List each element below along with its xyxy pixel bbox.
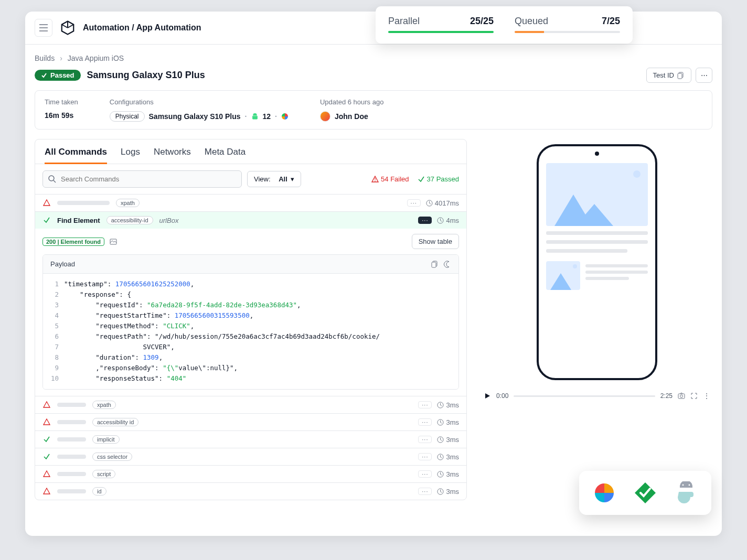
show-table-button[interactable]: Show table	[412, 234, 459, 249]
config-os: 12	[263, 112, 271, 121]
status-fail-icon	[42, 470, 51, 478]
duration: 3ms	[437, 418, 459, 426]
session-meta: Time taken 16m 59s Configurations Physic…	[35, 90, 712, 130]
passed-count: 37 Passed	[418, 175, 459, 183]
checkmark-badge-icon	[634, 481, 657, 504]
status-pass-icon	[42, 453, 51, 460]
duration: 3ms	[437, 488, 459, 496]
copy-icon[interactable]	[431, 261, 439, 268]
selector-chip: id	[92, 487, 106, 496]
chevron-right-icon: ›	[60, 54, 62, 62]
svg-point-17	[680, 395, 683, 397]
duration: 3ms	[437, 401, 459, 409]
search-input[interactable]	[42, 170, 242, 188]
command-row[interactable]: implicit···3ms	[35, 430, 466, 448]
queued-label: Queued	[515, 16, 548, 27]
breadcrumb-current: Java Appium iOS	[68, 54, 124, 62]
status-fail-icon	[42, 418, 51, 426]
row-more-icon[interactable]: ···	[418, 436, 432, 443]
tab-logs[interactable]: Logs	[121, 147, 140, 164]
playback-track[interactable]	[514, 395, 655, 397]
status-pass-icon	[42, 436, 51, 443]
status-fail-icon	[42, 488, 51, 495]
payload-code: 1"timestamp": 1705665601625252000,2 "res…	[43, 274, 458, 389]
camera-icon[interactable]	[678, 392, 685, 400]
row-more-icon[interactable]: ···	[418, 217, 432, 224]
screenshot-icon[interactable]	[110, 238, 117, 245]
breadcrumb-root[interactable]: Builds	[35, 54, 55, 62]
duration: 3ms	[437, 453, 459, 461]
playback-menu-icon[interactable]: ⋮	[703, 392, 710, 400]
color-wheel-icon	[281, 113, 289, 120]
test-id-button[interactable]: Test ID	[646, 68, 691, 83]
payload-title: Payload	[50, 260, 75, 268]
svg-rect-9	[432, 262, 436, 267]
color-wheel-icon	[593, 481, 616, 504]
row-more-icon[interactable]: ···	[418, 418, 432, 426]
selector-chip: implicit	[92, 435, 120, 444]
svg-point-3	[49, 176, 54, 181]
theme-icon[interactable]	[444, 261, 451, 268]
selector-chip: accessibility id	[92, 418, 138, 426]
command-row[interactable]: xpath ··· 4017ms	[35, 194, 466, 211]
command-row[interactable]: script···3ms	[35, 465, 466, 482]
row-more-icon[interactable]: ···	[418, 401, 432, 408]
avatar	[320, 111, 330, 122]
svg-point-19	[689, 484, 690, 486]
header-title: Automation / App Automation	[83, 23, 201, 33]
duration: 4ms	[437, 217, 459, 224]
menu-button[interactable]	[35, 19, 52, 37]
row-more-icon[interactable]: ···	[418, 453, 432, 460]
config-label: Configurations	[110, 98, 289, 106]
status-code: 200 | Element found	[42, 238, 104, 246]
row-more-icon[interactable]: ···	[407, 199, 421, 207]
time-taken-value: 16m 59s	[45, 111, 78, 120]
selector-chip: xpath	[92, 401, 116, 409]
physical-chip: Physical	[110, 111, 145, 122]
svg-point-4	[375, 180, 376, 181]
platform-card	[579, 471, 711, 515]
playback-total: 2:25	[660, 392, 673, 400]
row-more-icon[interactable]: ···	[418, 470, 432, 478]
app-logo-icon	[60, 20, 76, 36]
status-fail-icon	[42, 199, 51, 207]
view-filter[interactable]: View: All ▾	[247, 171, 301, 187]
command-detail-row: 200 | Element found Show table	[35, 229, 466, 254]
command-row-expanded[interactable]: Find Element accessibility-id urlBox ···…	[35, 211, 466, 229]
selector-chip: css selector	[92, 453, 132, 461]
svg-rect-1	[678, 73, 682, 79]
tab-metadata[interactable]: Meta Data	[205, 147, 246, 164]
command-row[interactable]: css selector···3ms	[35, 448, 466, 465]
status-fail-icon	[42, 401, 51, 408]
payload-panel: Payload 1"timestamp": 170566560162525200…	[42, 254, 459, 390]
tab-commands[interactable]: All Commands	[45, 147, 107, 164]
row-more-icon[interactable]: ···	[418, 488, 432, 495]
status-badge: Passed	[35, 70, 81, 81]
fullscreen-icon[interactable]	[690, 392, 698, 400]
search-icon	[48, 175, 56, 183]
breadcrumb: Builds › Java Appium iOS	[25, 45, 722, 66]
duration: 4017ms	[426, 199, 459, 207]
command-row[interactable]: xpath···3ms	[35, 396, 466, 413]
stats-popover: Parallel 25/25 Queued 7/25	[376, 6, 633, 44]
command-row[interactable]: accessibility id···3ms	[35, 413, 466, 430]
copy-icon	[677, 72, 685, 79]
tab-networks[interactable]: Networks	[154, 147, 191, 164]
time-taken-label: Time taken	[45, 98, 78, 106]
play-button[interactable]	[484, 392, 491, 400]
duration: 3ms	[437, 436, 459, 444]
config-device: Samsung Galaxy S10 Plus	[149, 112, 241, 121]
command-row[interactable]: id···3ms	[35, 482, 466, 500]
command-title: Find Element	[57, 217, 100, 224]
android-icon	[251, 113, 259, 120]
selector-value: urlBox	[159, 217, 179, 224]
parallel-value: 25/25	[470, 16, 494, 27]
selector-chip: script	[92, 470, 115, 478]
updated-label: Updated 6 hours ago	[320, 98, 383, 106]
more-button[interactable]: ⋯	[696, 68, 712, 83]
playback-current: 0:00	[496, 392, 508, 400]
chevron-down-icon: ▾	[291, 175, 294, 183]
selector-chip: xpath	[116, 199, 140, 207]
failed-count: 54 Failed	[371, 175, 409, 183]
svg-point-18	[682, 484, 684, 486]
